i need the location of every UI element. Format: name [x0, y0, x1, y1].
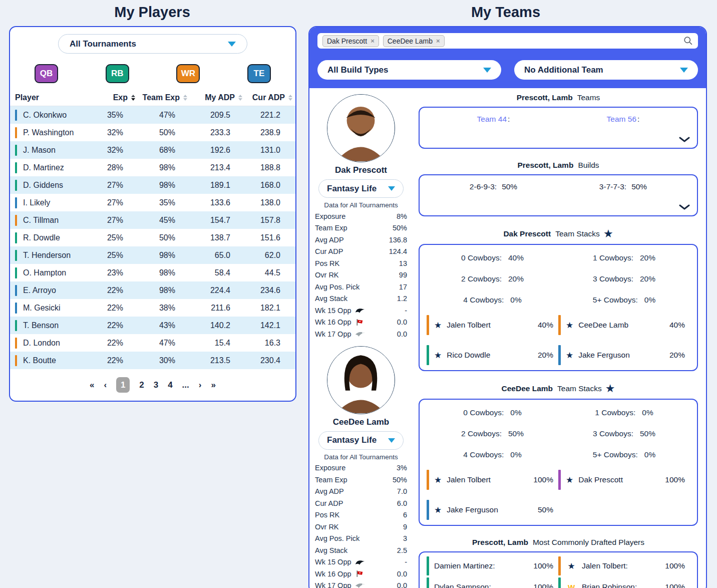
position-filter-te[interactable]: TE	[247, 64, 271, 83]
player-name: K. Boutte	[23, 356, 56, 365]
table-row[interactable]: I. Likely 27% 35% 133.6 138.0	[10, 194, 295, 211]
data-source-dropdown[interactable]: Fantasy Life	[318, 431, 404, 450]
position-color-bar	[15, 110, 17, 121]
position-color-bar	[15, 355, 17, 366]
most-commonly-drafted-section: Prescott, LambMost Commonly Drafted Play…	[419, 538, 698, 588]
table-row[interactable]: E. Arroyo 22% 98% 224.4 234.6	[10, 281, 295, 299]
sort-icon	[288, 95, 292, 101]
build-types-dropdown[interactable]: All Build Types	[317, 60, 501, 80]
position-color-bar	[427, 345, 429, 365]
team-filters-row: All Build Types No Additional Team	[317, 60, 698, 80]
my-teams-panel: My Teams Dak Prescott × CeeDee Lamb × Al…	[304, 0, 717, 588]
sort-icon	[183, 95, 187, 101]
position-filter-wr[interactable]: WR	[176, 64, 200, 83]
player-name: P. Washington	[23, 128, 74, 137]
pagination-page-2[interactable]: 2	[139, 380, 144, 390]
player-name: T. Benson	[23, 321, 59, 330]
position-color-bar	[427, 577, 429, 588]
chevron-down-icon	[388, 186, 395, 191]
my-players-panel: My Players All Tournaments QB RB WR TE P…	[0, 0, 304, 588]
table-row[interactable]: J. Mason 32% 68% 192.6 131.0	[10, 141, 295, 159]
pagination-first[interactable]: «	[90, 380, 94, 390]
table-row[interactable]: P. Washington 32% 50% 233.3 238.9	[10, 124, 295, 141]
teams-card-body: Dak Prescott Fantasy Life Data for All T…	[309, 88, 706, 588]
column-header-player: Player	[15, 93, 97, 102]
table-row[interactable]: M. Gesicki 22% 38% 211.6 182.1	[10, 299, 295, 317]
player-name: C. Okonkwo	[23, 111, 67, 120]
pagination-prev[interactable]: ‹	[104, 380, 107, 390]
table-row[interactable]: D. London 22% 47% 15.4 16.3	[10, 334, 295, 352]
pagination-page-3[interactable]: 3	[154, 380, 158, 390]
player-name: J. Mason	[23, 146, 56, 155]
additional-team-dropdown[interactable]: No Additional Team	[514, 60, 698, 80]
table-row[interactable]: T. Benson 22% 43% 140.2 142.1	[10, 317, 295, 334]
table-header: Player Exp Team Exp My ADP Cur ADP	[10, 89, 295, 106]
buccaneers-icon	[355, 570, 364, 577]
buccaneers-icon	[355, 319, 364, 326]
data-source-dropdown[interactable]: Fantasy Life	[318, 179, 404, 198]
player-name: O. Hampton	[23, 268, 66, 277]
data-scope-label: Data for All Tournaments	[324, 453, 398, 461]
stack-player-row: ★Rico Dowdle20%	[427, 345, 558, 365]
position-color-bar	[558, 315, 561, 335]
teams-section: Prescott, LambTeams Team 44: Team 56:	[419, 93, 698, 149]
team-56-link[interactable]: Team 56	[607, 115, 636, 124]
player-search-input[interactable]: Dak Prescott × CeeDee Lamb ×	[317, 33, 698, 49]
player-name: E. Arroyo	[23, 286, 56, 295]
cowboys-star-icon: ★	[566, 562, 577, 570]
player-name: R. Dowdle	[23, 233, 60, 242]
pagination-ellipsis: ...	[182, 380, 189, 390]
expand-chevron-down-icon[interactable]	[679, 203, 690, 212]
player-name: M. Gesicki	[23, 304, 61, 313]
chevron-down-icon	[680, 68, 688, 73]
position-filter-qb[interactable]: QB	[35, 64, 58, 83]
position-color-bar	[558, 577, 561, 588]
tournament-filter-dropdown[interactable]: All Tournaments	[58, 34, 247, 54]
table-row[interactable]: O. Hampton 23% 98% 58.4 44.5	[10, 264, 295, 281]
drafted-player-row: Damien Martinez:100%	[427, 555, 558, 576]
table-row[interactable]: R. Dowdle 25% 50% 138.7 151.6	[10, 229, 295, 246]
column-header-cur-adp[interactable]: Cur ADP	[242, 93, 292, 102]
cowboys-star-icon: ★	[603, 228, 613, 239]
column-header-my-adp[interactable]: My ADP	[187, 93, 242, 102]
chevron-down-icon	[228, 42, 236, 47]
stack-player-row: ★Jalen Tolbert100%	[427, 470, 558, 490]
expand-chevron-down-icon[interactable]	[679, 135, 690, 144]
column-header-exp[interactable]: Exp	[97, 93, 135, 102]
cowboys-star-icon: ★	[566, 351, 573, 360]
table-row[interactable]: T. Henderson 25% 98% 65.0 62.0	[10, 246, 295, 264]
pagination-next[interactable]: ›	[199, 380, 202, 390]
stack-player-row: ★Dak Prescott100%	[558, 470, 690, 490]
team-44-link[interactable]: Team 44	[477, 115, 507, 124]
cowboys-star-icon: ★	[434, 351, 442, 360]
column-header-team-exp[interactable]: Team Exp	[135, 93, 187, 102]
table-row[interactable]: D. Martinez 28% 98% 213.4 188.8	[10, 159, 295, 176]
table-row[interactable]: K. Boutte 22% 30% 213.5 230.4	[10, 352, 295, 369]
position-color-bar	[558, 345, 561, 365]
position-color-bar	[15, 338, 17, 349]
player-profiles-column: Dak Prescott Fantasy Life Data for All T…	[311, 92, 411, 588]
sort-icon	[238, 95, 242, 101]
table-row[interactable]: C. Okonkwo 35% 47% 209.5 221.2	[10, 106, 295, 124]
pagination-last[interactable]: »	[211, 380, 215, 390]
position-color-bar	[15, 197, 17, 208]
table-row[interactable]: D. Giddens 27% 98% 189.1 168.0	[10, 176, 295, 194]
remove-tag-icon[interactable]: ×	[436, 37, 440, 45]
chevron-down-icon	[388, 438, 395, 443]
player-name: D. Martinez	[23, 163, 64, 172]
stack-player-row: ★Jake Ferguson50%	[427, 500, 558, 520]
stack-player-row-empty	[558, 500, 690, 520]
pagination-page-4[interactable]: 4	[168, 380, 172, 390]
table-row[interactable]: C. Tillman 27% 45% 154.7 157.8	[10, 211, 295, 229]
cowboys-star-icon: ★	[566, 476, 573, 484]
player-avatar	[327, 95, 394, 161]
player-name: C. Tillman	[23, 216, 59, 225]
position-filter-rb[interactable]: RB	[106, 64, 129, 83]
cowboys-star-icon: ★	[434, 321, 442, 330]
chevron-down-icon	[483, 68, 491, 73]
remove-tag-icon[interactable]: ×	[371, 37, 375, 45]
players-table-body: C. Okonkwo 35% 47% 209.5 221.2 P. Washin…	[10, 106, 295, 369]
tournament-filter-value: All Tournaments	[70, 39, 136, 49]
pagination-page-1[interactable]: 1	[116, 377, 130, 393]
position-color-bar	[15, 215, 17, 226]
